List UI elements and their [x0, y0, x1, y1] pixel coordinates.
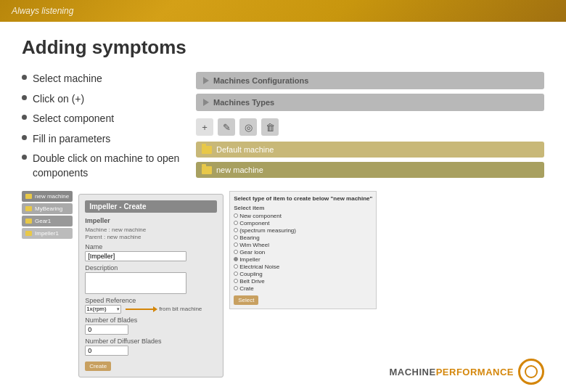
- bullet-item: Click on (+): [22, 92, 181, 107]
- small-machine-impeller[interactable]: Impeller1: [22, 228, 73, 239]
- bullet-text: Double click on machine to open componen…: [33, 152, 181, 180]
- description-field-row: Description: [85, 264, 217, 294]
- num-blades-input[interactable]: [85, 324, 128, 335]
- radio-icon: [234, 286, 238, 290]
- from-bit-label: from bit machine: [159, 306, 202, 312]
- radio-icon: [234, 221, 238, 225]
- logo-accent: PERFORMANCE: [436, 367, 514, 377]
- option-spectrum[interactable]: (spectrum measuring): [234, 227, 372, 234]
- create-button[interactable]: Create: [85, 362, 111, 371]
- radio-icon: [234, 250, 238, 254]
- machine-info: Machine : new machine: [85, 226, 217, 233]
- small-folder-icon: [25, 231, 32, 236]
- small-folder-icon: [25, 206, 32, 211]
- name-input[interactable]: [85, 251, 186, 261]
- radio-icon: [234, 213, 238, 218]
- name-label: Name: [85, 243, 217, 250]
- option-label: Coupling: [239, 271, 263, 277]
- main-content: Adding symptoms Select machineClick on (…: [0, 22, 566, 385]
- top-bar: Always listening: [0, 0, 566, 22]
- num-diffuser-input[interactable]: [85, 346, 128, 356]
- machines-configurations-label: Machines Configurations: [213, 76, 308, 85]
- bullet-item: Fill in parameters: [22, 132, 181, 147]
- bullet-dot: [22, 135, 27, 140]
- option-new-component[interactable]: New component: [234, 213, 372, 219]
- right-column: Machines Configurations Machines Types +…: [196, 72, 544, 179]
- edit-button[interactable]: ✎: [218, 118, 235, 136]
- new-machine-item[interactable]: new machine: [196, 162, 544, 178]
- bullet-item: Double click on machine to open componen…: [22, 152, 181, 180]
- small-machine-label: new machine: [35, 193, 69, 200]
- option-label: Component: [239, 220, 269, 226]
- speed-ref-select[interactable]: 1x(rpm) ▾: [85, 305, 121, 314]
- speed-ref-label: Speed Reference: [85, 297, 217, 304]
- bullet-dot: [22, 75, 27, 80]
- logo-inner-circle: [525, 365, 538, 378]
- option-bearing[interactable]: Bearing: [234, 234, 372, 241]
- logo-circle-icon: [518, 359, 544, 385]
- option-component[interactable]: Component: [234, 220, 372, 226]
- page-title: Adding symptoms: [22, 36, 544, 59]
- folder-icon: [202, 146, 212, 154]
- option-wim-wheel[interactable]: Wim Wheel: [234, 242, 372, 248]
- parent-info: Parent : new machine: [85, 234, 217, 240]
- default-machine-item[interactable]: Default machine: [196, 142, 544, 158]
- option-label: Crate: [239, 285, 254, 292]
- radio-icon: [234, 228, 238, 232]
- option-gear-loon[interactable]: Gear loon: [234, 249, 372, 256]
- delete-button[interactable]: 🗑: [261, 118, 279, 136]
- bullet-text: Select component: [33, 112, 114, 126]
- bullet-text: Fill in parameters: [33, 132, 110, 147]
- select-type-panel: Select type of item to create below "new…: [229, 191, 377, 309]
- option-label: Impeller: [239, 256, 260, 263]
- bullet-dot: [22, 155, 27, 160]
- option-electrical-noise[interactable]: Electrical Noise: [234, 264, 372, 270]
- expand-arrow-icon: [203, 77, 209, 84]
- option-crate[interactable]: Crate: [234, 285, 372, 292]
- small-machine-new[interactable]: new machine: [22, 191, 73, 202]
- small-machine-gear[interactable]: Gear1: [22, 216, 73, 226]
- logo-text: MACHINEPERFORMANCE: [389, 367, 514, 377]
- option-label: Wim Wheel: [239, 242, 269, 248]
- folder-icon: [202, 166, 212, 174]
- option-label: Belt Drive: [239, 278, 265, 285]
- option-belt-drive[interactable]: Belt Drive: [234, 278, 372, 285]
- select-type-title: Select type of item to create below "new…: [234, 195, 372, 202]
- small-folder-icon: [25, 219, 32, 224]
- impeller-dialog-title: Impeller - Create: [85, 200, 217, 213]
- small-machine-bearing[interactable]: MyBearing: [22, 203, 73, 214]
- bullet-list: Select machineClick on (+)Select compone…: [22, 72, 181, 181]
- machines-configurations-panel[interactable]: Machines Configurations: [196, 72, 544, 89]
- small-machine-label: Impeller1: [35, 230, 59, 237]
- radio-icon: [234, 242, 238, 247]
- description-label: Description: [85, 264, 217, 271]
- speed-ref-value: 1x(rpm): [86, 306, 107, 312]
- impeller-create-dialog: Impeller - Create Impeller Machine : new…: [78, 194, 223, 377]
- add-button[interactable]: +: [196, 118, 213, 136]
- select-type-create-button[interactable]: Select: [234, 295, 258, 305]
- option-label: Bearing: [239, 234, 260, 241]
- option-coupling[interactable]: Coupling: [234, 271, 372, 277]
- description-textarea[interactable]: [85, 272, 186, 294]
- bullet-text: Select machine: [33, 72, 102, 86]
- view-button[interactable]: ◎: [239, 118, 257, 136]
- speed-ref-controls: 1x(rpm) ▾ from bit machine: [85, 305, 217, 314]
- bullet-text: Click on (+): [33, 92, 84, 107]
- top-bar-label: Always listening: [12, 6, 73, 16]
- arrow-indicator: [126, 309, 155, 310]
- option-impeller[interactable]: Impeller: [234, 256, 372, 263]
- default-machine-label: Default machine: [216, 145, 274, 154]
- content-row: Select machineClick on (+)Select compone…: [22, 72, 544, 187]
- machine-toolbar: + ✎ ◎ 🗑: [196, 115, 544, 139]
- small-machine-label: MyBearing: [35, 205, 62, 212]
- expand-arrow-icon: [203, 99, 209, 106]
- bullet-dot: [22, 115, 27, 120]
- radio-icon: [234, 257, 238, 261]
- speed-ref-row: Speed Reference 1x(rpm) ▾ from bit machi…: [85, 297, 217, 314]
- small-machine-label: Gear1: [35, 218, 51, 224]
- name-field-row: Name: [85, 243, 217, 261]
- radio-icon: [234, 279, 238, 283]
- machines-types-panel[interactable]: Machines Types: [196, 94, 544, 111]
- bullet-item: Select component: [22, 112, 181, 126]
- option-label: Gear loon: [239, 249, 265, 256]
